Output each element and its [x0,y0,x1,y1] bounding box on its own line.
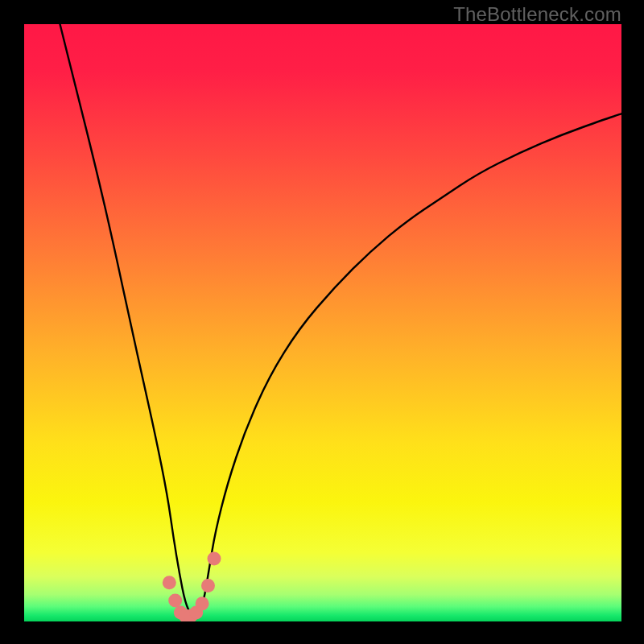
plot-area [24,24,621,621]
valley-marker [163,576,176,589]
bottleneck-curve [60,24,622,616]
valley-marker [201,579,215,592]
valley-markers [163,552,221,621]
valley-marker [196,597,209,610]
watermark-text: TheBottleneck.com [453,3,621,26]
valley-marker [208,552,221,566]
valley-marker [168,594,182,608]
chart-frame: TheBottleneck.com [0,0,644,644]
curve-layer [24,24,621,621]
